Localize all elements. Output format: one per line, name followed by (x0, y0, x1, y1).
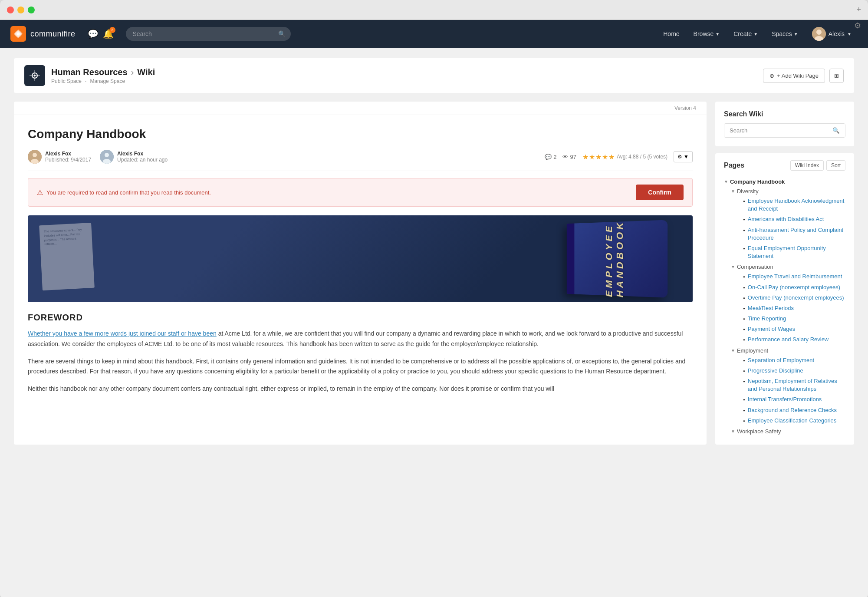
rating-stars[interactable]: ★★★★★ (582, 153, 615, 161)
handbook-title: EMPLOYEE HANDBOOK (604, 220, 625, 298)
item-label: Anti-harassment Policy and Complaint Pro… (748, 226, 845, 242)
bullet-icon: ● (743, 337, 745, 342)
bullet-icon: ● (743, 327, 745, 332)
new-tab-button[interactable]: + (856, 5, 861, 14)
wiki-search-title: Search Wiki (724, 110, 845, 118)
comment-icon: 💬 (545, 154, 552, 160)
article-settings-button[interactable]: ⚙ ▼ (674, 151, 693, 162)
notice-message: You are required to read and confirm tha… (46, 189, 211, 196)
employment-title[interactable]: ▼ Employment (731, 346, 845, 355)
list-item[interactable]: ● Payment of Wages (743, 324, 845, 334)
list-item[interactable]: ● Equal Employment Opportunity Statement (743, 243, 845, 261)
item-label: Payment of Wages (748, 325, 795, 333)
item-label: Background and Reference Checks (748, 406, 837, 414)
notification-icon[interactable]: 🔔 2 (103, 29, 114, 39)
confirm-button[interactable]: Confirm (636, 185, 684, 200)
nav-home[interactable]: Home (657, 27, 685, 41)
list-item[interactable]: ● Nepotism, Employment of Relatives and … (743, 376, 845, 394)
chat-icon[interactable]: 💬 (88, 29, 99, 39)
sort-button[interactable]: Sort (826, 160, 845, 171)
compensation-section: ▼ Compensation ● Employee Travel and Rei… (731, 262, 845, 345)
search-magnifier-icon: 🔍 (832, 127, 840, 134)
settings-icon[interactable]: ⚙ (854, 21, 861, 30)
maximize-dot[interactable] (28, 7, 35, 13)
page-subtitle: Public Space · Manage Space (51, 78, 155, 84)
browser-window: + ⚙ communifire 💬 🔔 2 � (0, 0, 868, 597)
foreword-link[interactable]: Whether you have a few more words just j… (28, 330, 217, 337)
list-item[interactable]: ● Separation of Employment (743, 355, 845, 366)
version-label: Version 4 (674, 105, 696, 111)
version-bar: Version 4 (14, 102, 707, 115)
comment-count: 2 (553, 154, 556, 160)
bullet-icon: ● (743, 296, 745, 300)
list-item[interactable]: ● Time Reporting (743, 313, 845, 324)
add-wiki-page-button[interactable]: ⊕ + Add Wiki Page (763, 69, 825, 83)
bullet-icon: ● (743, 379, 745, 384)
item-label: Time Reporting (748, 315, 786, 323)
tree-root-title[interactable]: ▼ Company Handbook (724, 177, 845, 187)
list-item[interactable]: ● Anti-harassment Policy and Complaint P… (743, 225, 845, 243)
item-label: Employee Handbook Acknowledgment and Rec… (748, 197, 845, 213)
confirm-notice: ⚠ You are required to read and confirm t… (28, 178, 693, 207)
logo-icon[interactable] (10, 26, 26, 42)
article-title: Company Handbook (28, 127, 693, 141)
minimize-dot[interactable] (17, 7, 24, 13)
item-label: Employee Classification Categories (748, 417, 836, 425)
user-avatar (812, 27, 826, 41)
add-wiki-label: + Add Wiki Page (777, 73, 819, 79)
list-item[interactable]: ● Internal Transfers/Promotions (743, 394, 845, 405)
list-item[interactable]: ● On-Call Pay (nonexempt employees) (743, 282, 845, 293)
author1-block: Alexis Fox Published: 9/4/2017 (28, 150, 91, 164)
pages-panel: Pages Wiki Index Sort ▼ Company Handbook (715, 153, 854, 445)
bullet-icon: ● (743, 408, 745, 413)
diversity-section: ▼ Diversity ● Employee Handbook Acknowle… (731, 187, 845, 261)
item-label: On-Call Pay (nonexempt employees) (748, 284, 840, 291)
search-input[interactable] (126, 27, 291, 41)
list-item[interactable]: ● Employee Handbook Acknowledgment and R… (743, 196, 845, 214)
main-layout: Version 4 Company Handbook (14, 102, 854, 445)
list-item[interactable]: ● Performance and Salary Review (743, 334, 845, 345)
list-item[interactable]: ● Employee Travel and Reimbursement (743, 271, 845, 282)
nav-create[interactable]: Create ▼ (727, 27, 764, 41)
logo-text: communifire (30, 30, 76, 39)
para-2: There are several things to keep in mind… (28, 356, 693, 377)
wiki-search-button[interactable]: 🔍 (827, 124, 845, 137)
pages-header: Pages Wiki Index Sort (724, 160, 845, 171)
compensation-title[interactable]: ▼ Compensation (731, 262, 845, 271)
manage-space-link[interactable]: Manage Space (90, 78, 125, 84)
author1-date: Published: 9/4/2017 (45, 157, 91, 163)
layout-toggle-button[interactable]: ⊞ (829, 69, 844, 83)
employment-label: Employment (737, 347, 768, 354)
add-wiki-icon: ⊕ (769, 73, 774, 79)
list-item[interactable]: ● Meal/Rest Periods (743, 303, 845, 313)
close-dot[interactable] (7, 7, 14, 13)
page-title-area: Human Resources › Wiki Public Space · Ma… (51, 67, 155, 84)
list-item[interactable]: ● Background and Reference Checks (743, 405, 845, 416)
content-area: Version 4 Company Handbook (14, 102, 707, 445)
author2-name[interactable]: Alexis Fox (117, 151, 168, 157)
list-item[interactable]: ● Progressive Discipline (743, 366, 845, 376)
list-item[interactable]: ● Overtime Pay (nonexempt employees) (743, 293, 845, 303)
search-bar: 🔍 (126, 27, 291, 41)
list-item[interactable]: ● Americans with Disabilities Act (743, 214, 845, 224)
page-title: Human Resources › Wiki (51, 67, 155, 77)
author2-info: Alexis Fox Updated: an hour ago (117, 151, 168, 163)
top-navigation: communifire 💬 🔔 2 🔍 Home Browse ▼ Create… (0, 20, 868, 48)
comment-stat: 💬 2 (545, 154, 556, 160)
nav-spaces[interactable]: Spaces ▼ (766, 27, 804, 41)
handbook-cover: EMPLOYEE HANDBOOK (28, 215, 693, 302)
nav-user[interactable]: Alexis ▼ (806, 23, 858, 44)
bullet-icon: ● (743, 358, 745, 363)
logo-area: communifire (10, 26, 76, 42)
meta-actions: ⚙ ▼ (674, 151, 693, 162)
nav-browse[interactable]: Browse ▼ (687, 27, 726, 41)
space-name[interactable]: Human Resources (51, 67, 128, 77)
author1-name[interactable]: Alexis Fox (45, 151, 91, 157)
compensation-arrow: ▼ (731, 264, 735, 269)
list-item[interactable]: ● Employee Classification Categories (743, 416, 845, 426)
view-stat: 👁 97 (562, 154, 576, 160)
wiki-search-field[interactable] (724, 124, 827, 137)
diversity-title[interactable]: ▼ Diversity (731, 187, 845, 196)
wiki-index-button[interactable]: Wiki Index (790, 160, 824, 171)
workplace-safety-title[interactable]: ▼ Workplace Safety (731, 427, 845, 436)
